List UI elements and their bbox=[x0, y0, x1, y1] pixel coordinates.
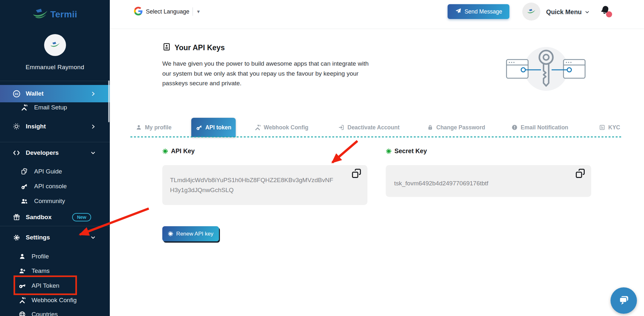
secret-key-value: tsk_fovm6492b4d24977069176tbtf bbox=[394, 178, 488, 188]
sidebar-item-wallet[interactable]: cc Wallet bbox=[0, 85, 110, 102]
notification-dot bbox=[606, 11, 612, 17]
required-burst-icon bbox=[162, 148, 168, 154]
tab-label: Email Notification bbox=[521, 124, 568, 131]
sidebar-item-developers[interactable]: Developers bbox=[0, 145, 110, 160]
sidebar-divider bbox=[0, 142, 110, 142]
person-plus-icon bbox=[18, 267, 26, 274]
burst-icon bbox=[168, 231, 173, 237]
sidebar-item-label: Teams bbox=[32, 267, 50, 274]
tab-deactivate-account[interactable]: Deactivate Account bbox=[338, 118, 400, 137]
alert-circle-icon bbox=[511, 124, 518, 131]
svg-text:cc: cc bbox=[14, 92, 18, 96]
pages-icon bbox=[20, 168, 28, 175]
topbar: Select Language ▼ Send Message Quick Men… bbox=[110, 0, 644, 28]
sidebar-item-webhook-config[interactable]: Webhook Config bbox=[0, 293, 110, 308]
sidebar-item-label: Webhook Config bbox=[32, 297, 77, 304]
key-icon bbox=[20, 183, 28, 190]
chevron-right-icon bbox=[91, 91, 96, 96]
gift-icon bbox=[12, 214, 21, 221]
sidebar-item-label: API Guide bbox=[34, 168, 62, 175]
sidebar-item-label: Profile bbox=[32, 253, 49, 260]
person-icon bbox=[136, 124, 142, 131]
api-keys-illustration bbox=[503, 41, 590, 97]
sidebar-item-label: Sandbox bbox=[26, 214, 52, 221]
copy-icon bbox=[351, 168, 362, 179]
settings-tabs: My profile API token Webho bbox=[110, 118, 644, 137]
key-icon bbox=[196, 124, 203, 131]
paper-plane-icon bbox=[455, 8, 461, 16]
person-icon bbox=[18, 253, 26, 260]
language-selector[interactable]: Select Language ▼ bbox=[134, 6, 201, 17]
tab-change-password[interactable]: Change Password bbox=[427, 118, 485, 137]
page-title: Your API Keys bbox=[175, 43, 225, 52]
tab-label: API token bbox=[205, 124, 232, 131]
language-selector-label: Select Language bbox=[146, 8, 189, 15]
chevron-down-icon bbox=[90, 235, 96, 240]
tools-icon bbox=[18, 297, 26, 304]
page-description: We have given you the power to build awe… bbox=[162, 59, 376, 88]
required-burst-icon bbox=[386, 148, 392, 154]
api-key-field: TLmdi4jcWdVb8iYuPS1h0HbZ8FQHZ2E8KBv3gMVz… bbox=[162, 165, 367, 205]
sidebar-item-teams[interactable]: Teams bbox=[0, 264, 110, 278]
send-message-label: Send Message bbox=[465, 8, 502, 15]
brand-logo[interactable]: Termii bbox=[0, 8, 110, 21]
dropdown-caret-icon: ▼ bbox=[196, 9, 201, 14]
tools-icon bbox=[20, 104, 28, 111]
sidebar-item-label: Wallet bbox=[26, 90, 43, 97]
wallet-coin-icon: cc bbox=[12, 90, 21, 98]
api-key-label-row: API Key bbox=[162, 147, 195, 155]
chevron-down-icon bbox=[90, 150, 96, 155]
user-name: Emmanuel Raymond bbox=[0, 64, 110, 71]
tab-email-notification[interactable]: Email Notification bbox=[511, 118, 568, 137]
tab-label: Webhook Config bbox=[264, 124, 308, 131]
tabs-divider bbox=[130, 136, 623, 137]
quick-menu-avatar[interactable] bbox=[522, 3, 540, 21]
sidebar-divider bbox=[0, 226, 110, 226]
sidebar: Termii Emmanuel Raymond cc Wallet bbox=[0, 0, 110, 316]
sidebar-item-api-token[interactable]: API Token bbox=[0, 278, 110, 293]
chat-bubbles-icon bbox=[616, 293, 631, 308]
sidebar-item-countries[interactable]: Countries bbox=[0, 307, 110, 316]
chat-launcher-button[interactable] bbox=[611, 287, 637, 314]
termii-bird-icon bbox=[33, 8, 48, 21]
sidebar-item-label: API console bbox=[34, 183, 67, 190]
tab-my-profile[interactable]: My profile bbox=[136, 118, 172, 137]
sidebar-item-api-guide[interactable]: API Guide bbox=[0, 164, 110, 179]
sidebar-item-settings[interactable]: Settings bbox=[0, 230, 110, 245]
tab-label: Change Password bbox=[436, 124, 485, 131]
sidebar-item-sandbox[interactable]: Sandbox New bbox=[0, 210, 110, 225]
sidebar-divider bbox=[0, 81, 110, 81]
chevron-down-icon bbox=[585, 10, 590, 14]
sidebar-item-insight[interactable]: Insight bbox=[0, 119, 110, 134]
tab-label: KYC bbox=[608, 124, 620, 131]
copy-api-key-button[interactable] bbox=[350, 167, 363, 180]
tab-api-token[interactable]: API token bbox=[191, 118, 236, 137]
code-icon bbox=[12, 149, 21, 157]
sidebar-item-api-console[interactable]: API console bbox=[0, 179, 110, 194]
tab-label: Deactivate Account bbox=[347, 124, 400, 131]
sidebar-item-community[interactable]: Community bbox=[0, 194, 110, 209]
page-title-row: Your API Keys bbox=[162, 42, 225, 53]
termii-bird-icon bbox=[527, 9, 535, 15]
kyc-card-icon bbox=[599, 124, 605, 131]
renew-api-key-button[interactable]: Renew API key bbox=[162, 226, 219, 241]
sidebar-item-label: API Token bbox=[32, 282, 59, 289]
copy-icon bbox=[574, 168, 586, 179]
sidebar-scrollbar[interactable] bbox=[108, 80, 109, 122]
notifications-button[interactable] bbox=[599, 5, 612, 19]
api-key-label: API Key bbox=[171, 147, 195, 155]
tab-webhook-config[interactable]: Webhook Config bbox=[254, 118, 308, 137]
tab-kyc[interactable]: KYC bbox=[599, 118, 620, 137]
sidebar-item-profile[interactable]: Profile bbox=[0, 249, 110, 264]
main-content: Your API Keys We have given you the powe… bbox=[110, 28, 644, 316]
sidebar-item-label: Countries bbox=[32, 311, 58, 316]
quick-menu-button[interactable]: Quick Menu bbox=[546, 7, 590, 17]
copy-secret-key-button[interactable] bbox=[574, 167, 587, 180]
separator bbox=[193, 7, 193, 16]
sidebar-item-email-setup[interactable]: Email Setup bbox=[0, 100, 110, 115]
user-avatar[interactable] bbox=[44, 34, 66, 56]
api-key-value: TLmdi4jcWdVb8iYuPS1h0HbZ8FQHZ2E8KBv3gMVz… bbox=[170, 175, 337, 195]
sidebar-item-label: Community bbox=[34, 198, 65, 205]
send-message-button[interactable]: Send Message bbox=[448, 4, 509, 19]
termii-bird-icon bbox=[50, 42, 60, 49]
